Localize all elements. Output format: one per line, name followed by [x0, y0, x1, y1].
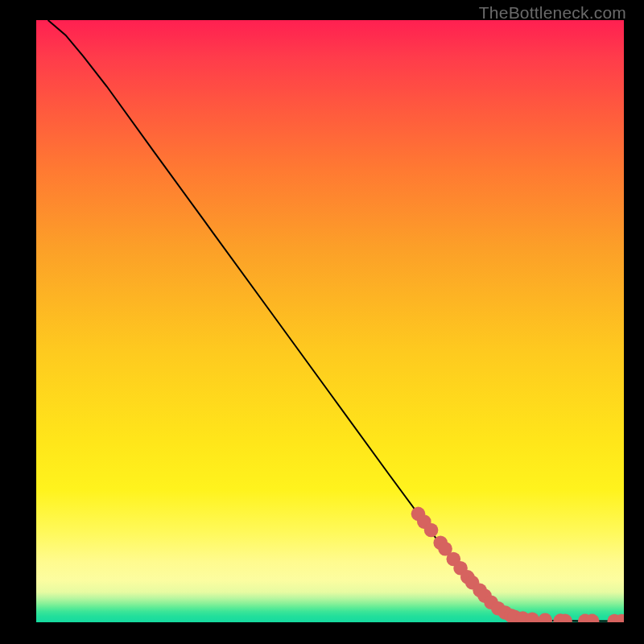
- marker-dot: [424, 523, 439, 538]
- marker-dot: [538, 613, 552, 622]
- markers-layer: [411, 507, 624, 622]
- watermark-text: TheBottleneck.com: [479, 3, 626, 23]
- curve-layer: [48, 20, 624, 621]
- chart-svg: [36, 20, 624, 622]
- plot-area: [36, 20, 624, 622]
- curve-path: [48, 20, 624, 621]
- chart-frame: TheBottleneck.com: [0, 0, 644, 644]
